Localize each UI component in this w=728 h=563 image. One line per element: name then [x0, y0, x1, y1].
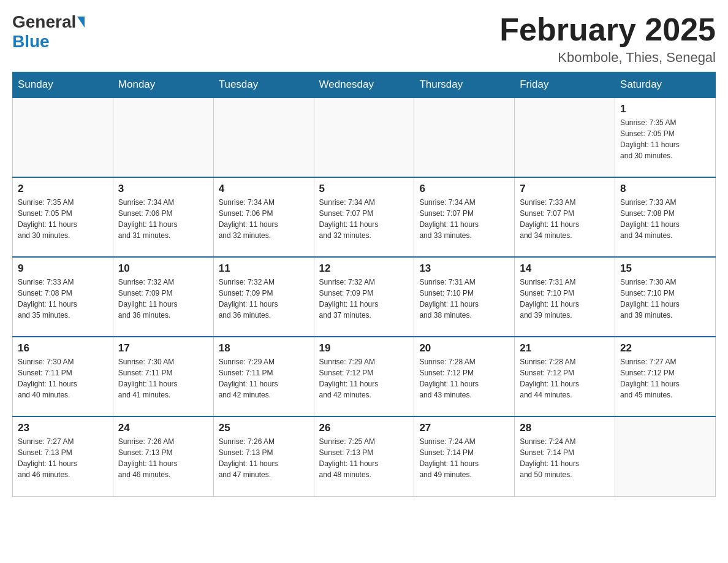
calendar-cell: 27Sunrise: 7:24 AM Sunset: 7:14 PM Dayli… [414, 416, 515, 496]
day-number: 27 [419, 422, 509, 434]
day-number: 13 [419, 262, 509, 275]
day-number: 14 [520, 262, 610, 275]
calendar-cell: 21Sunrise: 7:28 AM Sunset: 7:12 PM Dayli… [515, 337, 615, 416]
day-info: Sunrise: 7:30 AM Sunset: 7:11 PM Dayligh… [18, 356, 108, 400]
day-number: 19 [319, 342, 409, 354]
calendar-cell [314, 98, 414, 177]
calendar-cell: 7Sunrise: 7:33 AM Sunset: 7:07 PM Daylig… [515, 177, 615, 257]
day-number: 23 [18, 422, 108, 434]
day-info: Sunrise: 7:32 AM Sunset: 7:09 PM Dayligh… [118, 277, 208, 321]
calendar-cell: 19Sunrise: 7:29 AM Sunset: 7:12 PM Dayli… [314, 337, 414, 416]
day-number: 18 [219, 342, 309, 354]
day-info: Sunrise: 7:32 AM Sunset: 7:09 PM Dayligh… [219, 277, 309, 321]
day-info: Sunrise: 7:35 AM Sunset: 7:05 PM Dayligh… [18, 197, 108, 241]
calendar-cell: 5Sunrise: 7:34 AM Sunset: 7:07 PM Daylig… [314, 177, 414, 257]
calendar-cell [13, 98, 113, 177]
day-info: Sunrise: 7:33 AM Sunset: 7:08 PM Dayligh… [620, 197, 710, 241]
day-info: Sunrise: 7:24 AM Sunset: 7:14 PM Dayligh… [419, 436, 509, 480]
calendar-cell: 9Sunrise: 7:33 AM Sunset: 7:08 PM Daylig… [13, 257, 113, 337]
calendar-cell: 24Sunrise: 7:26 AM Sunset: 7:13 PM Dayli… [113, 416, 213, 496]
day-info: Sunrise: 7:34 AM Sunset: 7:06 PM Dayligh… [118, 197, 208, 241]
week-row-3: 16Sunrise: 7:30 AM Sunset: 7:11 PM Dayli… [13, 337, 716, 416]
calendar-cell: 6Sunrise: 7:34 AM Sunset: 7:07 PM Daylig… [414, 177, 515, 257]
day-info: Sunrise: 7:27 AM Sunset: 7:13 PM Dayligh… [18, 436, 108, 480]
day-number: 4 [219, 183, 309, 195]
week-row-1: 2Sunrise: 7:35 AM Sunset: 7:05 PM Daylig… [13, 177, 716, 257]
calendar-cell: 10Sunrise: 7:32 AM Sunset: 7:09 PM Dayli… [113, 257, 213, 337]
day-info: Sunrise: 7:28 AM Sunset: 7:12 PM Dayligh… [520, 356, 610, 400]
day-info: Sunrise: 7:35 AM Sunset: 7:05 PM Dayligh… [620, 117, 710, 161]
day-info: Sunrise: 7:33 AM Sunset: 7:08 PM Dayligh… [18, 277, 108, 321]
day-info: Sunrise: 7:30 AM Sunset: 7:10 PM Dayligh… [620, 277, 710, 321]
day-number: 1 [620, 103, 710, 115]
logo-general-text: General [12, 12, 76, 32]
day-number: 7 [520, 183, 610, 195]
col-wednesday: Wednesday [314, 72, 414, 98]
calendar-cell: 2Sunrise: 7:35 AM Sunset: 7:05 PM Daylig… [13, 177, 113, 257]
day-number: 17 [118, 342, 208, 354]
col-saturday: Saturday [615, 72, 716, 98]
calendar-cell: 17Sunrise: 7:30 AM Sunset: 7:11 PM Dayli… [113, 337, 213, 416]
week-row-0: 1Sunrise: 7:35 AM Sunset: 7:05 PM Daylig… [13, 98, 716, 177]
calendar-cell: 22Sunrise: 7:27 AM Sunset: 7:12 PM Dayli… [615, 337, 716, 416]
day-info: Sunrise: 7:28 AM Sunset: 7:12 PM Dayligh… [419, 356, 509, 400]
calendar-cell: 4Sunrise: 7:34 AM Sunset: 7:06 PM Daylig… [213, 177, 314, 257]
day-number: 21 [520, 342, 610, 354]
calendar-cell: 15Sunrise: 7:30 AM Sunset: 7:10 PM Dayli… [615, 257, 716, 337]
calendar-cell: 3Sunrise: 7:34 AM Sunset: 7:06 PM Daylig… [113, 177, 213, 257]
logo-blue-text: Blue [12, 32, 50, 52]
day-number: 20 [419, 342, 509, 354]
title-section: February 2025 Kbombole, Thies, Senegal [499, 12, 716, 66]
day-info: Sunrise: 7:31 AM Sunset: 7:10 PM Dayligh… [520, 277, 610, 321]
logo: General Blue [12, 12, 86, 52]
day-info: Sunrise: 7:34 AM Sunset: 7:07 PM Dayligh… [319, 197, 409, 241]
day-info: Sunrise: 7:34 AM Sunset: 7:06 PM Dayligh… [219, 197, 309, 241]
day-number: 15 [620, 262, 710, 275]
calendar-cell: 18Sunrise: 7:29 AM Sunset: 7:11 PM Dayli… [213, 337, 314, 416]
day-number: 3 [118, 183, 208, 195]
calendar-cell: 8Sunrise: 7:33 AM Sunset: 7:08 PM Daylig… [615, 177, 716, 257]
day-number: 9 [18, 262, 108, 275]
calendar-cell: 28Sunrise: 7:24 AM Sunset: 7:14 PM Dayli… [515, 416, 615, 496]
day-info: Sunrise: 7:25 AM Sunset: 7:13 PM Dayligh… [319, 436, 409, 480]
calendar-cell [113, 98, 213, 177]
calendar-cell: 16Sunrise: 7:30 AM Sunset: 7:11 PM Dayli… [13, 337, 113, 416]
day-number: 26 [319, 422, 409, 434]
col-sunday: Sunday [13, 72, 113, 98]
calendar-cell: 26Sunrise: 7:25 AM Sunset: 7:13 PM Dayli… [314, 416, 414, 496]
calendar-cell: 14Sunrise: 7:31 AM Sunset: 7:10 PM Dayli… [515, 257, 615, 337]
month-title: February 2025 [499, 12, 716, 47]
calendar-header-row: Sunday Monday Tuesday Wednesday Thursday… [13, 72, 716, 98]
day-number: 12 [319, 262, 409, 275]
calendar-cell [615, 416, 716, 496]
calendar-cell: 23Sunrise: 7:27 AM Sunset: 7:13 PM Dayli… [13, 416, 113, 496]
day-number: 28 [520, 422, 610, 434]
day-info: Sunrise: 7:27 AM Sunset: 7:12 PM Dayligh… [620, 356, 710, 400]
day-number: 22 [620, 342, 710, 354]
calendar-cell: 12Sunrise: 7:32 AM Sunset: 7:09 PM Dayli… [314, 257, 414, 337]
day-info: Sunrise: 7:33 AM Sunset: 7:07 PM Dayligh… [520, 197, 610, 241]
col-thursday: Thursday [414, 72, 515, 98]
calendar-cell: 13Sunrise: 7:31 AM Sunset: 7:10 PM Dayli… [414, 257, 515, 337]
calendar-cell: 25Sunrise: 7:26 AM Sunset: 7:13 PM Dayli… [213, 416, 314, 496]
col-friday: Friday [515, 72, 615, 98]
day-number: 8 [620, 183, 710, 195]
week-row-2: 9Sunrise: 7:33 AM Sunset: 7:08 PM Daylig… [13, 257, 716, 337]
day-info: Sunrise: 7:29 AM Sunset: 7:12 PM Dayligh… [319, 356, 409, 400]
day-number: 24 [118, 422, 208, 434]
day-number: 16 [18, 342, 108, 354]
day-info: Sunrise: 7:26 AM Sunset: 7:13 PM Dayligh… [219, 436, 309, 480]
day-number: 25 [219, 422, 309, 434]
calendar-cell [414, 98, 515, 177]
day-number: 2 [18, 183, 108, 195]
week-row-4: 23Sunrise: 7:27 AM Sunset: 7:13 PM Dayli… [13, 416, 716, 496]
day-number: 11 [219, 262, 309, 275]
day-info: Sunrise: 7:30 AM Sunset: 7:11 PM Dayligh… [118, 356, 208, 400]
calendar-cell [213, 98, 314, 177]
day-info: Sunrise: 7:31 AM Sunset: 7:10 PM Dayligh… [419, 277, 509, 321]
col-tuesday: Tuesday [213, 72, 314, 98]
day-number: 10 [118, 262, 208, 275]
col-monday: Monday [113, 72, 213, 98]
calendar-cell: 11Sunrise: 7:32 AM Sunset: 7:09 PM Dayli… [213, 257, 314, 337]
logo-arrow-icon [77, 17, 85, 28]
